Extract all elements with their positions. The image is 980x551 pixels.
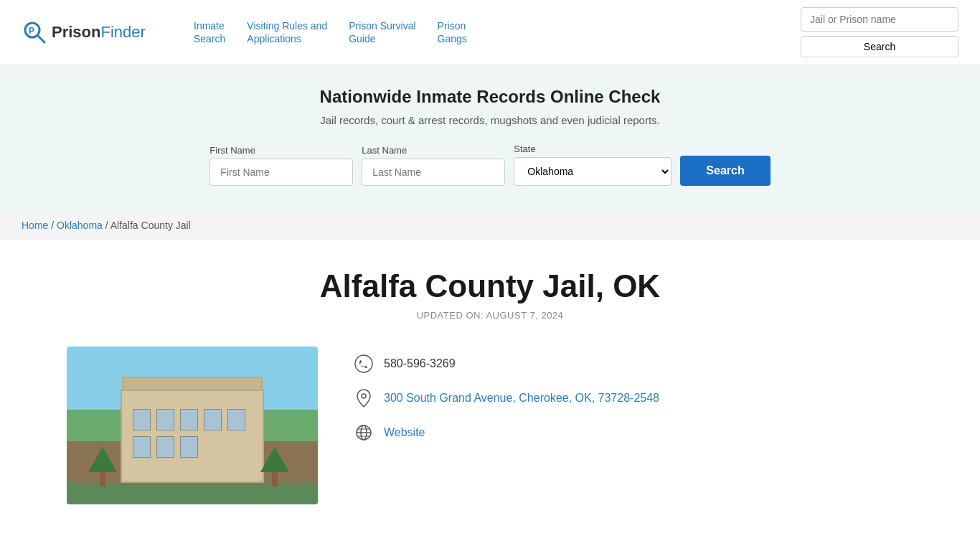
address-row: 300 South Grand Avenue, Cherokee, OK, 73… [354, 388, 913, 408]
svg-text:P: P [29, 26, 34, 36]
main-content: Alfalfa County Jail, OK UPDATED ON: AUGU… [45, 240, 935, 547]
image-tree-right [260, 447, 289, 486]
website-row: Website [354, 423, 913, 443]
header: P PrisonFinder Inmate Search Visiting Ru… [0, 0, 980, 65]
nav-item-inmate-search[interactable]: Inmate Search [194, 19, 225, 45]
svg-point-3 [355, 355, 372, 372]
hero-search-button[interactable]: Search [680, 156, 770, 186]
hero-search-form: First Name Last Name State AlabamaAlaska… [29, 143, 951, 186]
window [133, 436, 151, 458]
last-name-group: Last Name [362, 145, 505, 186]
window [204, 409, 222, 430]
phone-row: 580-596-3269 [354, 354, 913, 374]
header-search-input[interactable] [801, 7, 958, 32]
breadcrumb-sep2: / [105, 220, 110, 231]
hero-section: Nationwide Inmate Records Online Check J… [0, 65, 980, 211]
window [133, 409, 151, 430]
logo-prison-text: Prison [52, 23, 100, 41]
globe-icon [354, 423, 374, 443]
state-select[interactable]: AlabamaAlaskaArizonaArkansas CaliforniaC… [514, 157, 672, 186]
nav-item-prison-gangs[interactable]: Prison Gangs [438, 19, 467, 45]
window [156, 409, 174, 430]
last-name-label: Last Name [362, 145, 505, 156]
location-icon [354, 388, 374, 408]
main-nav: Inmate Search Visiting Rules and Applica… [194, 19, 772, 45]
building-top [122, 377, 263, 391]
jail-details: 580-596-3269 300 South Grand Avenue, Che… [354, 347, 913, 443]
state-label: State [514, 143, 672, 154]
phone-number: 580-596-3269 [384, 357, 456, 370]
hero-subtitle: Jail records, court & arrest records, mu… [29, 114, 951, 126]
window [227, 409, 245, 430]
last-name-input[interactable] [362, 159, 505, 186]
logo-link[interactable]: P PrisonFinder [22, 19, 165, 45]
breadcrumb-sep1: / [51, 220, 57, 231]
svg-line-1 [37, 35, 44, 42]
breadcrumb-current: Alfalfa County Jail [110, 220, 191, 231]
header-search-button[interactable]: Search [801, 36, 958, 57]
logo-icon: P [22, 19, 47, 45]
building-windows [122, 398, 263, 468]
first-name-label: First Name [209, 145, 353, 156]
window [180, 409, 198, 430]
first-name-group: First Name [209, 145, 353, 186]
image-building [121, 390, 264, 483]
website-link[interactable]: Website [384, 426, 425, 439]
updated-date: UPDATED ON: AUGUST 7, 2024 [67, 310, 913, 321]
logo-finder-text: Finder [100, 23, 145, 41]
jail-title: Alfalfa County Jail, OK [67, 268, 913, 304]
breadcrumb-home[interactable]: Home [22, 220, 48, 231]
hero-title: Nationwide Inmate Records Online Check [29, 87, 951, 107]
nav-item-visiting-rules[interactable]: Visiting Rules and Applications [247, 19, 327, 45]
breadcrumb: Home / Oklahoma / Alfalfa County Jail [0, 211, 980, 240]
first-name-input[interactable] [209, 159, 353, 186]
svg-point-4 [362, 394, 366, 398]
header-search-area: Search [801, 7, 958, 57]
address-link[interactable]: 300 South Grand Avenue, Cherokee, OK, 73… [384, 392, 659, 405]
breadcrumb-state[interactable]: Oklahoma [57, 220, 103, 231]
window [180, 436, 198, 458]
window [156, 436, 174, 458]
state-group: State AlabamaAlaskaArizonaArkansas Calif… [514, 143, 672, 186]
phone-icon [354, 354, 374, 374]
jail-image [67, 347, 318, 504]
image-tree-left [88, 447, 117, 486]
jail-info: 580-596-3269 300 South Grand Avenue, Che… [67, 347, 913, 504]
nav-item-prison-survival[interactable]: Prison Survival Guide [349, 19, 415, 45]
